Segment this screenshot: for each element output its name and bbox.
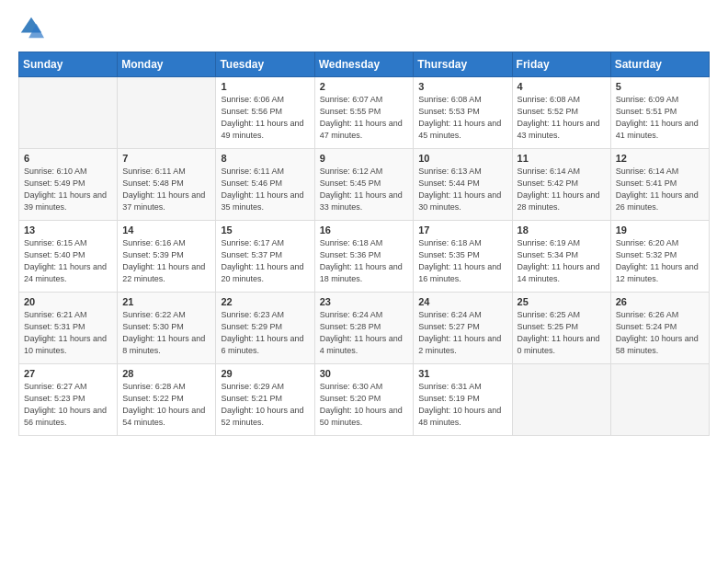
day-info: Sunrise: 6:20 AMSunset: 5:32 PMDaylight:… [616,237,705,285]
weekday-header-saturday: Saturday [610,52,709,77]
day-cell: 12Sunrise: 6:14 AMSunset: 5:41 PMDayligh… [610,149,709,221]
day-cell: 22Sunrise: 6:23 AMSunset: 5:29 PMDayligh… [216,293,314,364]
day-info: Sunrise: 6:11 AMSunset: 5:48 PMDaylight:… [122,166,211,213]
day-cell: 21Sunrise: 6:22 AMSunset: 5:30 PMDayligh… [118,293,216,364]
day-number: 14 [122,224,211,236]
day-info: Sunrise: 6:18 AMSunset: 5:35 PMDaylight:… [418,237,507,285]
weekday-header-monday: Monday [118,52,216,77]
day-info: Sunrise: 6:08 AMSunset: 5:52 PMDaylight:… [518,94,607,142]
day-cell: 4Sunrise: 6:08 AMSunset: 5:52 PMDaylight… [512,77,610,149]
day-number: 15 [221,224,310,236]
day-cell: 11Sunrise: 6:14 AMSunset: 5:42 PMDayligh… [512,149,610,221]
day-info: Sunrise: 6:09 AMSunset: 5:51 PMDaylight:… [616,94,705,142]
day-info: Sunrise: 6:08 AMSunset: 5:53 PMDaylight:… [418,94,507,142]
day-cell: 6Sunrise: 6:10 AMSunset: 5:49 PMDaylight… [19,149,118,221]
day-number: 23 [320,296,410,307]
logo-icon [18,15,44,40]
day-info: Sunrise: 6:27 AMSunset: 5:23 PMDaylight:… [24,381,113,429]
day-number: 25 [518,296,607,307]
day-number: 18 [518,224,607,236]
day-number: 26 [616,296,705,307]
day-number: 9 [320,153,410,164]
day-cell: 20Sunrise: 6:21 AMSunset: 5:31 PMDayligh… [19,293,118,364]
day-cell: 30Sunrise: 6:30 AMSunset: 5:20 PMDayligh… [314,364,414,436]
weekday-header-thursday: Thursday [414,52,512,77]
day-cell [19,77,118,149]
day-info: Sunrise: 6:10 AMSunset: 5:49 PMDaylight:… [24,166,113,213]
day-number: 4 [518,81,607,92]
day-number: 17 [418,224,507,236]
day-number: 29 [221,368,310,379]
header [18,15,710,40]
day-info: Sunrise: 6:28 AMSunset: 5:22 PMDaylight:… [122,381,211,429]
day-info: Sunrise: 6:31 AMSunset: 5:19 PMDaylight:… [418,381,507,429]
day-cell [610,364,709,436]
day-cell: 19Sunrise: 6:20 AMSunset: 5:32 PMDayligh… [610,221,709,293]
day-cell [118,77,216,149]
week-row-5: 27Sunrise: 6:27 AMSunset: 5:23 PMDayligh… [19,364,710,436]
day-info: Sunrise: 6:29 AMSunset: 5:21 PMDaylight:… [221,381,310,429]
day-cell: 2Sunrise: 6:07 AMSunset: 5:55 PMDaylight… [314,77,414,149]
day-number: 19 [616,224,705,236]
day-number: 16 [320,224,410,236]
day-number: 2 [320,81,410,92]
day-info: Sunrise: 6:06 AMSunset: 5:56 PMDaylight:… [221,94,310,142]
day-info: Sunrise: 6:21 AMSunset: 5:31 PMDaylight:… [24,309,113,357]
day-info: Sunrise: 6:07 AMSunset: 5:55 PMDaylight:… [320,94,410,142]
day-info: Sunrise: 6:30 AMSunset: 5:20 PMDaylight:… [320,381,410,429]
week-row-1: 1Sunrise: 6:06 AMSunset: 5:56 PMDaylight… [19,77,710,149]
day-cell: 24Sunrise: 6:24 AMSunset: 5:27 PMDayligh… [414,293,512,364]
day-cell: 15Sunrise: 6:17 AMSunset: 5:37 PMDayligh… [216,221,314,293]
day-number: 6 [24,153,113,164]
day-number: 28 [122,368,211,379]
day-number: 1 [221,81,310,92]
day-info: Sunrise: 6:13 AMSunset: 5:44 PMDaylight:… [418,166,507,213]
day-info: Sunrise: 6:26 AMSunset: 5:24 PMDaylight:… [616,309,705,357]
day-number: 3 [418,81,507,92]
week-row-4: 20Sunrise: 6:21 AMSunset: 5:31 PMDayligh… [19,293,710,364]
day-cell: 7Sunrise: 6:11 AMSunset: 5:48 PMDaylight… [118,149,216,221]
day-number: 24 [418,296,507,307]
day-cell: 25Sunrise: 6:25 AMSunset: 5:25 PMDayligh… [512,293,610,364]
weekday-header-wednesday: Wednesday [314,52,414,77]
day-number: 13 [24,224,113,236]
logo [18,15,48,40]
week-row-3: 13Sunrise: 6:15 AMSunset: 5:40 PMDayligh… [19,221,710,293]
day-info: Sunrise: 6:18 AMSunset: 5:36 PMDaylight:… [320,237,410,285]
day-cell: 26Sunrise: 6:26 AMSunset: 5:24 PMDayligh… [610,293,709,364]
day-cell: 23Sunrise: 6:24 AMSunset: 5:28 PMDayligh… [314,293,414,364]
day-info: Sunrise: 6:22 AMSunset: 5:30 PMDaylight:… [122,309,211,357]
day-cell: 5Sunrise: 6:09 AMSunset: 5:51 PMDaylight… [610,77,709,149]
day-info: Sunrise: 6:11 AMSunset: 5:46 PMDaylight:… [221,166,310,213]
day-cell: 29Sunrise: 6:29 AMSunset: 5:21 PMDayligh… [216,364,314,436]
day-info: Sunrise: 6:14 AMSunset: 5:42 PMDaylight:… [518,166,607,213]
day-number: 22 [221,296,310,307]
day-number: 21 [122,296,211,307]
day-number: 7 [122,153,211,164]
week-row-2: 6Sunrise: 6:10 AMSunset: 5:49 PMDaylight… [19,149,710,221]
day-cell: 1Sunrise: 6:06 AMSunset: 5:56 PMDaylight… [216,77,314,149]
day-info: Sunrise: 6:16 AMSunset: 5:39 PMDaylight:… [122,237,211,285]
day-number: 20 [24,296,113,307]
day-info: Sunrise: 6:15 AMSunset: 5:40 PMDaylight:… [24,237,113,285]
day-number: 11 [518,153,607,164]
day-number: 5 [616,81,705,92]
day-info: Sunrise: 6:24 AMSunset: 5:28 PMDaylight:… [320,309,410,357]
weekday-header-tuesday: Tuesday [216,52,314,77]
day-info: Sunrise: 6:24 AMSunset: 5:27 PMDaylight:… [418,309,507,357]
day-cell: 8Sunrise: 6:11 AMSunset: 5:46 PMDaylight… [216,149,314,221]
page: SundayMondayTuesdayWednesdayThursdayFrid… [0,0,728,563]
day-cell: 3Sunrise: 6:08 AMSunset: 5:53 PMDaylight… [414,77,512,149]
day-cell: 18Sunrise: 6:19 AMSunset: 5:34 PMDayligh… [512,221,610,293]
day-cell: 31Sunrise: 6:31 AMSunset: 5:19 PMDayligh… [414,364,512,436]
day-info: Sunrise: 6:23 AMSunset: 5:29 PMDaylight:… [221,309,310,357]
day-cell [512,364,610,436]
day-info: Sunrise: 6:12 AMSunset: 5:45 PMDaylight:… [320,166,410,213]
day-cell: 14Sunrise: 6:16 AMSunset: 5:39 PMDayligh… [118,221,216,293]
day-cell: 16Sunrise: 6:18 AMSunset: 5:36 PMDayligh… [314,221,414,293]
day-number: 10 [418,153,507,164]
day-cell: 10Sunrise: 6:13 AMSunset: 5:44 PMDayligh… [414,149,512,221]
day-number: 27 [24,368,113,379]
day-info: Sunrise: 6:14 AMSunset: 5:41 PMDaylight:… [616,166,705,213]
weekday-header-friday: Friday [512,52,610,77]
